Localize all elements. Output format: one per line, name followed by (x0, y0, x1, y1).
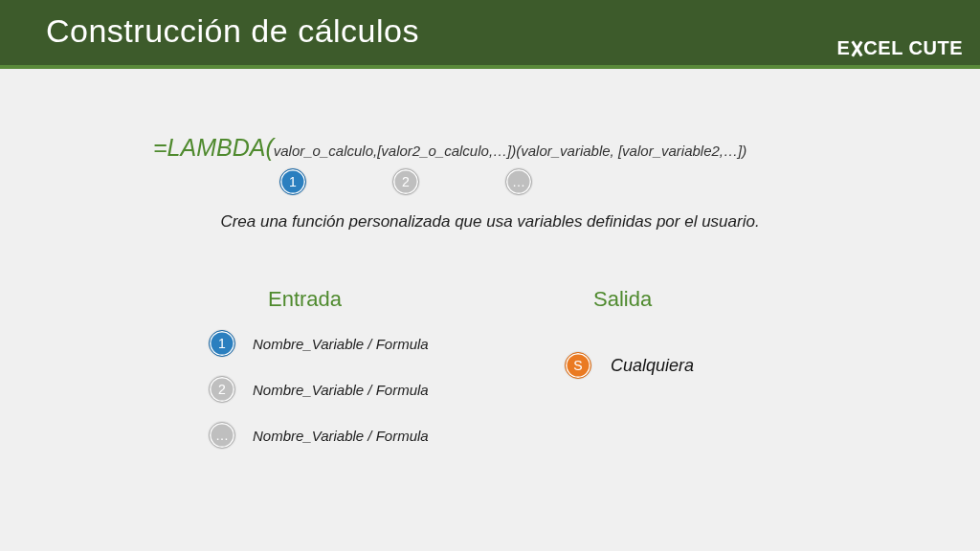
slide-header: Construcción de cálculos ECEL CUTE (0, 0, 980, 69)
output-section-title: Salida (593, 287, 652, 312)
input-label: Nombre_Variable / Formula (253, 336, 429, 352)
output-label: Cualquiera (611, 356, 694, 376)
x-icon (850, 41, 863, 56)
badge-2: 2 (392, 168, 419, 195)
badge-1: 1 (279, 168, 306, 195)
output-block: S Cualquiera (565, 352, 694, 379)
brand-logo: ECEL CUTE (837, 37, 963, 59)
input-row: 2 Nombre_Variable / Formula (209, 376, 429, 403)
formula-equals: = (153, 134, 167, 161)
slide: Construcción de cálculos ECEL CUTE =LAMB… (0, 0, 980, 551)
input-label: Nombre_Variable / Formula (253, 382, 429, 398)
input-row: … Nombre_Variable / Formula (209, 422, 429, 449)
input-label: Nombre_Variable / Formula (253, 428, 429, 444)
formula-args: valor_o_calculo,[valor2_o_calculo,…]) (274, 143, 516, 159)
output-badge: S (565, 352, 591, 379)
input-section-title: Entrada (268, 287, 342, 312)
formula-call: (valor_variable, [valor_variable2,…]) (516, 143, 746, 159)
formula-open-paren: ( (265, 134, 273, 161)
formula-badges: 1 2 … (279, 168, 532, 195)
formula-description: Crea una función personalizada que usa v… (0, 212, 980, 231)
input-row: 1 Nombre_Variable / Formula (209, 330, 429, 357)
input-badge-2: 2 (209, 376, 235, 403)
formula-function: LAMBDA (167, 134, 266, 161)
brand-prefix: E (837, 37, 851, 58)
badge-more: … (505, 168, 532, 195)
brand-suffix: CEL CUTE (863, 37, 963, 58)
slide-title: Construcción de cálculos (46, 12, 419, 50)
input-badge-more: … (209, 422, 235, 449)
input-list: 1 Nombre_Variable / Formula 2 Nombre_Var… (209, 330, 429, 468)
input-badge-1: 1 (209, 330, 235, 357)
formula-text: =LAMBDA(valor_o_calculo,[valor2_o_calcul… (153, 134, 746, 162)
